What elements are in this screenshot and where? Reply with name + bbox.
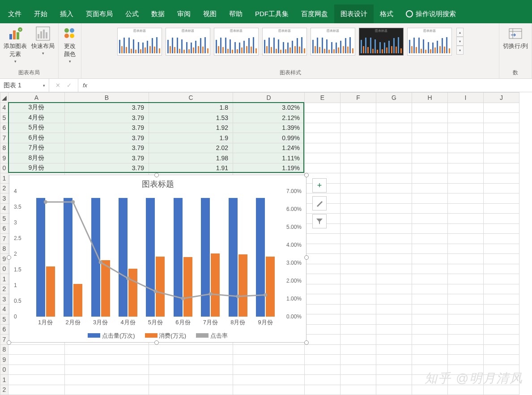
cell-F4[interactable] [340,103,376,113]
cell-D30[interactable] [233,365,305,375]
chart-legend[interactable]: 点击量(万次) 消费(万元) 点击率 [9,332,306,340]
row-header[interactable]: 3 [0,193,9,204]
cell-F11[interactable] [340,173,376,184]
cell-C28[interactable] [149,344,233,355]
cell-C5[interactable]: 1.53 [149,113,233,123]
cell-I7[interactable] [448,133,484,143]
cell-J12[interactable] [484,183,519,193]
cell-C8[interactable]: 2.02 [149,143,233,153]
cell-E29[interactable] [305,355,340,365]
chart-style-thumb[interactable]: 图表标题 [166,28,210,56]
row-header[interactable]: 2 [0,183,9,193]
cell-I23[interactable] [448,294,484,305]
cell-B10[interactable]: 3.79 [65,163,149,173]
cell-B9[interactable]: 3.79 [65,153,149,163]
bar-series1[interactable] [256,198,265,317]
cell-I13[interactable] [448,193,484,204]
cell-C4[interactable]: 1.8 [149,103,233,113]
cell-J9[interactable] [484,153,519,163]
cell-G24[interactable] [376,304,412,314]
chart-handle[interactable] [154,340,159,345]
cell-J16[interactable] [484,223,519,234]
cell-I15[interactable] [448,214,484,224]
cell-B8[interactable]: 3.79 [65,143,149,153]
row-header[interactable]: 2 [0,284,9,294]
row-header[interactable]: 1 [0,375,9,385]
cell-I10[interactable] [448,163,484,173]
cell-J26[interactable] [484,324,519,335]
cell-H23[interactable] [412,294,448,305]
cell-A4[interactable]: 3月份 [9,103,65,113]
cell-I9[interactable] [448,153,484,163]
row-header[interactable]: 8 [0,344,9,355]
cell-G32[interactable] [376,385,412,395]
cell-E8[interactable] [305,143,340,153]
cell-G15[interactable] [376,214,412,224]
cell-J28[interactable] [484,344,519,355]
cell-J11[interactable] [484,173,519,184]
cell-D32[interactable] [233,385,305,395]
cell-J23[interactable] [484,294,519,305]
cell-G9[interactable] [376,153,412,163]
chart-style-thumb[interactable]: 图表标题 [214,28,259,56]
chart-handle[interactable] [154,173,159,177]
bar-series2[interactable] [101,260,110,317]
bar-series2[interactable] [238,254,247,317]
cell-E18[interactable] [305,244,340,254]
cell-E24[interactable] [305,304,340,314]
cancel-icon[interactable]: ✕ [55,82,60,89]
cell-H18[interactable] [412,244,448,254]
col-header-B[interactable]: B [65,93,149,103]
chart-style-thumb[interactable]: 图表标题 [311,28,355,56]
cell-I25[interactable] [448,314,484,325]
cell-E9[interactable] [305,153,340,163]
cell-E22[interactable] [305,284,340,294]
cell-G18[interactable] [376,244,412,254]
cell-I20[interactable] [448,264,484,274]
bar-series1[interactable] [174,198,183,317]
cell-G13[interactable] [376,193,412,204]
cell-F5[interactable] [340,113,376,123]
chart-handle[interactable] [7,255,11,260]
cell-J20[interactable] [484,264,519,274]
cell-E21[interactable] [305,274,340,284]
cell-D4[interactable]: 3.02% [233,103,305,113]
tab-formulas[interactable]: 公式 [119,4,145,23]
cell-C7[interactable]: 1.9 [149,133,233,143]
cell-F9[interactable] [340,153,376,163]
cell-H26[interactable] [412,324,448,335]
cell-E25[interactable] [305,314,340,325]
change-color-button[interactable]: 更改 颜色 ▾ [62,26,77,64]
row-header[interactable]: 1 [0,274,9,284]
tab-data[interactable]: 数据 [145,4,171,23]
bar-series2[interactable] [211,253,220,317]
cell-F15[interactable] [340,214,376,224]
cell-G22[interactable] [376,284,412,294]
cell-I14[interactable] [448,203,484,214]
cell-D31[interactable] [233,375,305,385]
cell-H4[interactable] [412,103,448,113]
cell-I18[interactable] [448,244,484,254]
cell-F29[interactable] [340,355,376,365]
cell-E27[interactable] [305,335,340,345]
cell-F17[interactable] [340,234,376,244]
cell-E31[interactable] [305,375,340,385]
cell-G14[interactable] [376,203,412,214]
tab-insert[interactable]: 插入 [54,4,80,23]
cell-G10[interactable] [376,163,412,173]
cell-H19[interactable] [412,254,448,264]
cell-D10[interactable]: 1.19% [233,163,305,173]
cell-H8[interactable] [412,143,448,153]
tab-file[interactable]: 文件 [2,4,28,23]
cell-J29[interactable] [484,355,519,365]
chart-style-thumb[interactable]: 图表标题 [117,28,162,56]
tab-baidu-netdisk[interactable]: 百度网盘 [295,4,334,23]
add-chart-element-button[interactable]: + 添加图表 元素 ▾ [4,26,27,64]
cell-E26[interactable] [305,324,340,335]
cell-J22[interactable] [484,284,519,294]
cell-F25[interactable] [340,314,376,325]
bar-series1[interactable] [201,198,210,317]
cell-A5[interactable]: 4月份 [9,113,65,123]
cell-H6[interactable] [412,123,448,133]
col-header-F[interactable]: F [340,93,376,103]
